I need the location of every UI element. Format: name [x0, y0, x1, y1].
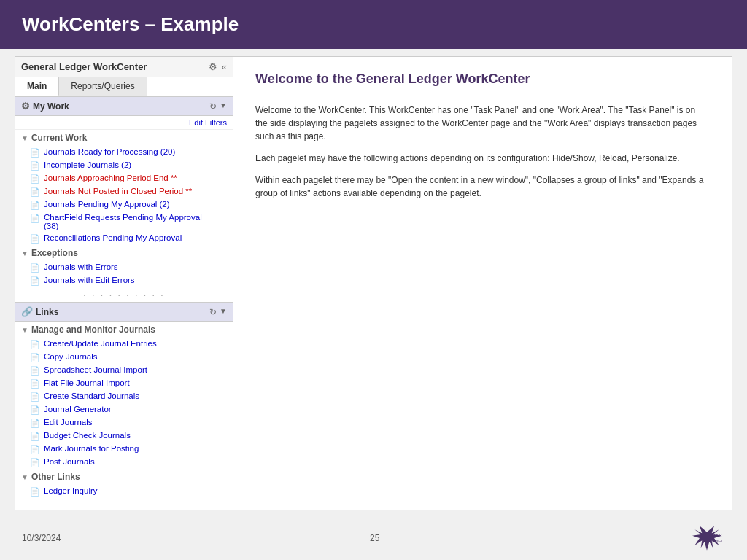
mywork-gear-icon: ⚙	[21, 101, 30, 112]
list-item[interactable]: 📄 Journals Ready for Processing (20)	[15, 146, 233, 159]
list-item[interactable]: 📄 Journal Generator	[15, 403, 233, 416]
list-item[interactable]: 📄 ChartField Requests Pending My Approva…	[15, 211, 233, 232]
list-item[interactable]: 📄 Spreadsheet Journal Import	[15, 364, 233, 377]
doc-icon: 📄	[30, 174, 40, 184]
mywork-refresh-icon[interactable]: ↻	[209, 101, 217, 112]
links-title: 🔗 Links	[21, 306, 58, 317]
doc-icon: 📄	[30, 201, 40, 210]
svg-text:PROJECT: PROJECT	[709, 539, 724, 542]
doc-icon: 📄	[30, 445, 40, 454]
doc-icon: 📄	[30, 234, 40, 244]
doc-icon: 📄	[30, 353, 40, 362]
section-arrow-current: ▼	[21, 134, 28, 142]
doc-icon: 📄	[30, 187, 40, 197]
list-item[interactable]: 📄 Incomplete Journals (2)	[15, 159, 233, 172]
work-area-title: Welcome to the General Ledger WorkCenter	[255, 71, 710, 93]
links-settings-icon[interactable]: ▼	[220, 307, 227, 317]
svg-marker-0	[692, 526, 721, 550]
list-item[interactable]: 📄 Journals Pending My Approval (2)	[15, 198, 233, 211]
list-item[interactable]: 📄 Budget Check Journals	[15, 429, 233, 443]
links-header-icons: ↻ ▼	[209, 307, 227, 317]
list-item[interactable]: 📄 Reconciliations Pending My Approval	[15, 232, 233, 245]
list-item[interactable]: 📄 Create Standard Journals	[15, 390, 233, 403]
doc-icon: 📄	[30, 432, 40, 441]
section-arrow-other: ▼	[21, 473, 28, 481]
section-arrow-manage: ▼	[21, 326, 28, 334]
svg-text:STAR: STAR	[711, 533, 722, 537]
overflow-indicator: · · · · · · · · · ·	[15, 287, 233, 302]
list-item[interactable]: 📄 Journals Not Posted in Closed Period *…	[15, 185, 233, 198]
main-content: General Ledger WorkCenter Main Reports/Q…	[15, 56, 732, 510]
list-item[interactable]: 📄 Post Journals	[15, 456, 233, 469]
work-area-paragraph-3: Within each pagelet there may be "Open t…	[255, 174, 710, 200]
work-area-paragraph-1: Welcome to the WorkCenter. This WorkCent…	[255, 104, 710, 143]
work-area-paragraph-2: Each pagelet may have the following acti…	[255, 152, 710, 165]
doc-icon: 📄	[30, 379, 40, 389]
my-work-icons: ↻ ▼	[209, 101, 227, 112]
sidebar-tabs: Main Reports/Queries	[15, 77, 233, 97]
section-manage-journals: ▼ Manage and Monitor Journals	[15, 322, 233, 338]
list-item[interactable]: 📄 Copy Journals	[15, 351, 233, 364]
gear-icon[interactable]	[209, 61, 217, 72]
list-item[interactable]: 📄 Ledger Inquiry	[15, 485, 233, 498]
list-item[interactable]: 📄 Journals Approaching Period End **	[15, 172, 233, 185]
star-logo: STAR PROJECT	[689, 524, 725, 553]
list-item[interactable]: 📄 Journals with Errors	[15, 261, 233, 274]
doc-icon: 📄	[30, 405, 40, 415]
list-item[interactable]: 📄 Flat File Journal Import	[15, 377, 233, 390]
list-item[interactable]: 📄 Edit Journals	[15, 416, 233, 429]
links-icon: 🔗	[21, 306, 33, 317]
sidebar-title-icons	[209, 61, 227, 72]
doc-icon: 📄	[30, 458, 40, 467]
my-work-header: ⚙ My Work ↻ ▼	[15, 97, 233, 116]
list-item[interactable]: 📄 Create/Update Journal Entries	[15, 338, 233, 351]
sidebar-scroll-area: ▼ Current Work 📄 Journals Ready for Proc…	[15, 130, 233, 510]
doc-icon: 📄	[30, 148, 40, 158]
doc-icon: 📄	[30, 366, 40, 376]
sidebar: General Ledger WorkCenter Main Reports/Q…	[15, 56, 233, 510]
mywork-settings-icon[interactable]: ▼	[220, 101, 227, 112]
sidebar-title: General Ledger WorkCenter	[21, 61, 147, 72]
doc-icon: 📄	[30, 214, 40, 223]
section-arrow-exceptions: ▼	[21, 249, 28, 257]
doc-icon: 📄	[30, 263, 40, 273]
collapse-icon[interactable]	[222, 61, 227, 72]
doc-icon: 📄	[30, 392, 40, 402]
section-exceptions: ▼ Exceptions	[15, 245, 233, 261]
footer-date: 10/3/2024	[22, 533, 61, 543]
section-other-links: ▼ Other Links	[15, 469, 233, 485]
doc-icon: 📄	[30, 340, 40, 349]
links-header: 🔗 Links ↻ ▼	[15, 302, 233, 322]
list-item[interactable]: 📄 Journals with Edit Errors	[15, 274, 233, 287]
footer-page-number: 25	[370, 533, 379, 543]
tab-main[interactable]: Main	[15, 77, 59, 96]
list-item[interactable]: 📄 Mark Journals for Posting	[15, 443, 233, 456]
star-logo-svg: STAR PROJECT	[689, 524, 725, 553]
page-header: WorkCenters – Example	[0, 0, 747, 49]
links-refresh-icon[interactable]: ↻	[209, 307, 217, 317]
work-area: Welcome to the General Ledger WorkCenter…	[233, 56, 732, 510]
doc-icon: 📄	[30, 276, 40, 286]
doc-icon: 📄	[30, 487, 40, 497]
doc-icon: 📄	[30, 161, 40, 171]
sidebar-title-bar: General Ledger WorkCenter	[15, 57, 233, 77]
tab-reports-queries[interactable]: Reports/Queries	[59, 77, 147, 96]
doc-icon: 📄	[30, 419, 40, 428]
edit-filters[interactable]: Edit Filters	[15, 116, 233, 130]
section-current-work: ▼ Current Work	[15, 130, 233, 146]
footer: 10/3/2024 25 STAR PROJECT	[0, 518, 747, 559]
page-title: WorkCenters – Example	[22, 13, 239, 35]
my-work-title: ⚙ My Work	[21, 101, 69, 112]
